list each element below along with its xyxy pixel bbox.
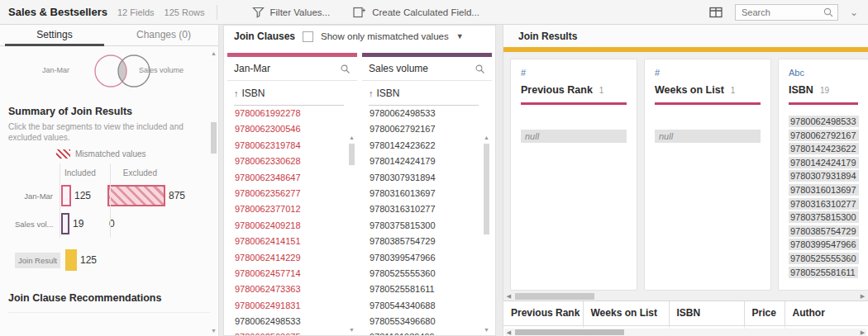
grid-col-author[interactable]: Author [785,301,868,325]
clause-value[interactable]: 9780142424179 [362,154,492,169]
field-card-previous-rank[interactable]: # Previous Rank 1 null [510,59,637,291]
clause-value[interactable]: 9780062414151 [227,234,357,249]
sort-ascending-icon[interactable]: ↑ [234,88,239,98]
isbn-value[interactable]: 9780375815300 [789,211,858,225]
scrollbar-thumb[interactable] [349,144,355,165]
data-grid-icon[interactable] [709,7,723,18]
scroll-right-icon[interactable]: ▶ [859,329,866,336]
clause-value[interactable]: 9780316013697 [362,186,492,201]
field-card-weeks-on-list[interactable]: # Weeks on List 1 null [644,59,771,291]
scroll-down-icon[interactable]: ▼ [483,326,490,334]
cards-horizontal-scrollbar[interactable]: ◀ ▶ [505,292,866,301]
field-accent-underline [655,102,761,105]
show-mismatched-label[interactable]: Show only mismatched values [321,31,449,41]
clause-value[interactable]: 9780375815300 [362,218,492,234]
scrollbar-thumb[interactable] [515,329,624,335]
create-calculated-field-button[interactable]: Create Calculated Field... [353,7,479,18]
clause-value[interactable]: 9780062498533 [227,314,357,329]
grid-horizontal-scrollbar[interactable]: ◀ ▶ [505,329,866,336]
tab-changes[interactable]: Changes (0) [109,25,218,45]
summary-row-join-result: Join Result 125 [15,246,210,274]
clause-value[interactable]: 9780061992278 [227,106,357,121]
clause-value[interactable]: 9780062409218 [227,218,357,234]
scroll-right-icon[interactable]: ▶ [859,292,866,301]
grid-col-previous-rank[interactable]: Previous Rank [503,301,583,325]
join-settings-panel: Settings Changes (0) Jan-Mar Sales volum… [0,25,219,336]
clause-value[interactable]: 9780525581611 [362,282,492,297]
clause-field-name: ISBN [377,88,400,99]
clause-field-header[interactable]: ↑ ISBN [227,81,357,106]
included-bar[interactable] [61,185,71,206]
clause-value[interactable]: 9780307931894 [362,170,492,186]
sort-ascending-icon[interactable]: ↑ [369,88,374,98]
scroll-left-icon[interactable]: ◀ [505,329,513,336]
field-value-count: 19 [820,86,829,95]
isbn-value[interactable]: 9780316310277 [789,197,858,211]
clause-list-scrollbar[interactable]: ▲ ▼ [483,134,490,334]
step-title: Sales & Bestsellers [8,6,107,18]
null-value[interactable]: null [521,130,627,143]
clause-value[interactable]: 9780062457714 [227,266,357,282]
search-icon[interactable] [340,64,351,74]
included-bar[interactable] [61,213,69,234]
clause-value[interactable]: 9780062498533 [362,106,492,121]
clause-value[interactable]: 9780062348647 [227,170,357,186]
left-panel-scrollbar[interactable]: ▲ ▼ [210,50,217,334]
clause-value[interactable]: 9780062377012 [227,201,357,217]
clause-value[interactable]: 9780385754729 [362,234,492,249]
scroll-up-icon[interactable]: ▲ [483,134,490,141]
clause-value[interactable]: 9780062563675 [227,329,357,335]
join-type-venn[interactable]: Jan-Mar Sales volume [0,50,218,94]
number-type-icon: # [655,68,761,81]
grid-col-price[interactable]: Price [744,301,785,325]
excluded-bar[interactable] [107,185,165,206]
show-mismatched-checkbox[interactable] [303,31,313,42]
isbn-value[interactable]: 9780142423622 [789,142,858,156]
isbn-value[interactable]: 9780385754729 [789,225,858,239]
collapse-panel-chevron-icon[interactable]: ⌄ [850,7,858,18]
clause-value[interactable]: 9780062356277 [227,186,357,201]
null-value[interactable]: null [655,130,761,143]
search-box[interactable] [735,4,838,21]
scrollbar-thumb[interactable] [211,122,217,154]
isbn-value[interactable]: 9780062498533 [789,115,858,129]
scroll-down-icon[interactable]: ▼ [348,326,355,334]
isbn-value[interactable]: 9780062792167 [789,129,858,143]
clause-value[interactable]: 9780062792167 [362,121,492,137]
clause-value[interactable]: 9780544340688 [362,298,492,314]
clause-value[interactable]: 9780062414229 [227,250,357,266]
clause-value[interactable]: 9780399547966 [362,250,492,266]
isbn-value[interactable]: 9780142424179 [789,156,858,170]
filter-values-button[interactable]: Filter Values... [252,7,331,18]
field-card-isbn[interactable]: Abc ISBN 19 9780062498533978006279216797… [778,59,868,291]
isbn-value[interactable]: 9780525555360 [789,252,858,266]
clause-value[interactable]: 9780316310277 [362,201,492,217]
chevron-down-icon[interactable]: ▼ [456,32,464,40]
scrollbar-thumb[interactable] [515,293,594,300]
tab-settings[interactable]: Settings [0,25,109,45]
clause-value[interactable]: 9780062330628 [227,154,357,169]
scroll-down-icon[interactable]: ▼ [210,327,217,334]
clause-value[interactable]: 9780062319784 [227,138,357,154]
isbn-value[interactable]: 9780399547966 [789,238,858,252]
scroll-up-icon[interactable]: ▲ [348,134,355,141]
scroll-up-icon[interactable]: ▲ [210,50,217,57]
clause-field-header[interactable]: ↑ ISBN [362,81,492,106]
scroll-left-icon[interactable]: ◀ [505,292,513,301]
isbn-value[interactable]: 9780307931894 [789,169,858,183]
grid-col-isbn[interactable]: ISBN [669,301,744,325]
clause-value[interactable]: 9780142423622 [362,138,492,154]
clause-value[interactable]: 9781101939499 [362,329,492,335]
isbn-value[interactable]: 9780525581611 [789,266,858,280]
clause-value[interactable]: 9780553496680 [362,314,492,329]
grid-col-weeks-on-list[interactable]: Weeks on List [583,301,669,325]
join-result-bar[interactable] [65,249,77,271]
clause-list-scrollbar[interactable]: ▲ ▼ [348,134,355,334]
clause-value[interactable]: 9780062300546 [227,121,357,137]
scrollbar-thumb[interactable] [484,144,489,234]
clause-value[interactable]: 9780525555360 [362,266,492,282]
search-icon[interactable] [475,64,485,74]
isbn-value[interactable]: 9780316013697 [789,183,858,197]
clause-value[interactable]: 9780062491831 [227,298,357,314]
clause-value[interactable]: 9780062473363 [227,282,357,297]
